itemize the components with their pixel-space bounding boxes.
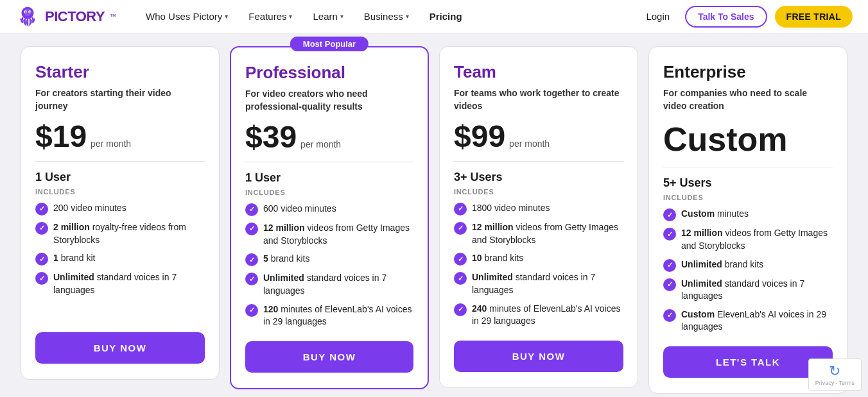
list-item: Custom minutes [663,208,833,221]
plan-users-professional: 1 User [245,171,413,185]
check-icon [245,273,258,285]
plan-name-enterprise: Enterprise [663,62,833,82]
check-icon [454,203,467,215]
check-icon [35,203,48,215]
feature-text: 1 brand kit [53,252,95,265]
list-item: 200 video minutes [35,202,205,215]
plan-price-starter: $19 per month [35,121,205,152]
feature-text: 200 video minutes [53,202,126,215]
plan-divider [35,161,205,162]
feature-text: 120 minutes of ElevenLab's AI voices in … [263,303,413,328]
list-item: 600 video minutes [245,203,413,216]
plan-card-starter: Starter For creators starting their vide… [21,46,220,380]
feature-list-team: 1800 video minutes 12 million videos fro… [454,202,623,328]
feature-text: 12 million videos from Getty Images and … [263,222,413,247]
logo-icon [15,4,40,29]
plan-price-custom-enterprise: Custom [663,121,833,158]
check-icon [245,203,258,216]
free-trial-button[interactable]: FREE TRIAL [775,6,853,28]
list-item: 12 million videos from Getty Images and … [663,227,833,252]
plan-name-team: Team [454,62,623,82]
buy-now-button-starter[interactable]: BUY NOW [35,332,205,364]
nav-item-features[interactable]: Features ▾ [239,7,301,26]
login-link[interactable]: Login [638,7,677,26]
plan-name-professional: Professional [245,63,413,83]
feature-text: Unlimited brand kits [681,258,763,271]
feature-list-enterprise: Custom minutes 12 million videos from Ge… [663,208,833,334]
list-item: Unlimited standard voices in 7 languages [35,271,205,296]
list-item: Custom ElevenLab's AI voices in 29 langu… [663,308,833,334]
plan-desc-team: For teams who work together to create vi… [454,87,623,112]
feature-text: Unlimited standard voices in 7 languages [263,272,413,297]
logo-text: PICTORY [45,8,105,25]
plan-price-period-professional: per month [300,139,341,149]
talk-to-sales-button[interactable]: Talk To Sales [685,6,767,28]
lets-talk-button-enterprise[interactable]: LET'S TALK [663,346,833,378]
plan-users-starter: 1 User [35,171,205,184]
plan-card-team: Team For teams who work together to crea… [439,46,638,388]
check-icon [454,272,467,285]
list-item: 120 minutes of ElevenLab's AI voices in … [245,303,413,328]
nav-item-who-uses[interactable]: Who Uses Pictory ▾ [137,7,237,26]
most-popular-badge: Most Popular [290,37,369,51]
plan-desc-enterprise: For companies who need to scale video cr… [663,87,833,112]
nav-items: Who Uses Pictory ▾ Features ▾ Learn ▾ Bu… [137,7,638,26]
check-icon [35,253,48,266]
list-item: Unlimited standard voices in 7 languages [245,272,413,297]
list-item: 1800 video minutes [454,202,623,215]
includes-label-team: INCLUDES [454,188,623,196]
includes-label-professional: INCLUDES [245,189,413,196]
check-icon [663,208,676,221]
navbar: PICTORY™ Who Uses Pictory ▾ Features ▾ L… [0,0,868,33]
recaptcha-icon: ↻ [829,363,840,380]
check-icon [35,222,48,235]
check-icon [35,272,48,285]
check-icon [663,278,676,291]
plan-divider [454,161,623,162]
feature-text: 5 brand kits [263,253,309,266]
feature-text: Custom minutes [681,208,749,221]
list-item: 12 million videos from Getty Images and … [245,222,413,247]
check-icon [245,253,258,266]
feature-list-starter: 200 video minutes 2 million royalty-free… [35,202,205,319]
logo-tm: ™ [110,13,116,20]
check-icon [663,259,676,272]
recaptcha-text: Privacy · Terms [815,380,855,386]
check-icon [454,253,467,266]
buy-now-button-team[interactable]: BUY NOW [454,341,623,372]
list-item: 10 brand kits [454,252,623,266]
feature-text: Unlimited standard voices in 7 languages [472,271,623,296]
plan-price-professional: $39 per month [245,122,413,153]
list-item: Unlimited standard voices in 7 languages [663,278,833,303]
chevron-down-icon: ▾ [289,13,292,20]
recaptcha-widget: ↻ Privacy · Terms [808,359,862,391]
plan-price-amount-professional: $39 [245,122,297,153]
list-item: Unlimited brand kits [663,258,833,272]
svg-point-5 [30,11,31,12]
list-item: 240 minutes of ElevenLab's AI voices in … [454,303,623,328]
plan-users-team: 3+ Users [454,171,623,184]
list-item: 2 million royalty-free videos from Story… [35,221,205,246]
buy-now-button-professional[interactable]: BUY NOW [245,341,413,373]
nav-item-pricing[interactable]: Pricing [421,7,471,26]
plan-divider [245,162,413,162]
logo[interactable]: PICTORY™ [15,4,116,29]
plan-name-starter: Starter [35,62,205,82]
nav-item-learn[interactable]: Learn ▾ [304,7,352,26]
feature-text: 1800 video minutes [472,202,550,215]
check-icon [454,222,467,235]
check-icon [454,303,467,316]
nav-item-business[interactable]: Business ▾ [355,7,418,26]
pricing-section: Starter For creators starting their vide… [0,33,868,397]
feature-text: 240 minutes of ElevenLab's AI voices in … [472,303,623,328]
plan-price-period-team: per month [509,139,550,149]
plan-card-enterprise: Enterprise For companies who need to sca… [648,46,847,394]
chevron-down-icon: ▾ [225,13,228,20]
feature-text: 12 million videos from Getty Images and … [472,221,623,246]
feature-list-professional: 600 video minutes 12 million videos from… [245,203,413,328]
svg-point-4 [25,11,26,12]
feature-text: Unlimited standard voices in 7 languages [53,271,205,296]
plan-price-period-starter: per month [91,139,131,149]
feature-text: 2 million royalty-free videos from Story… [53,221,205,246]
plan-divider [663,167,833,167]
